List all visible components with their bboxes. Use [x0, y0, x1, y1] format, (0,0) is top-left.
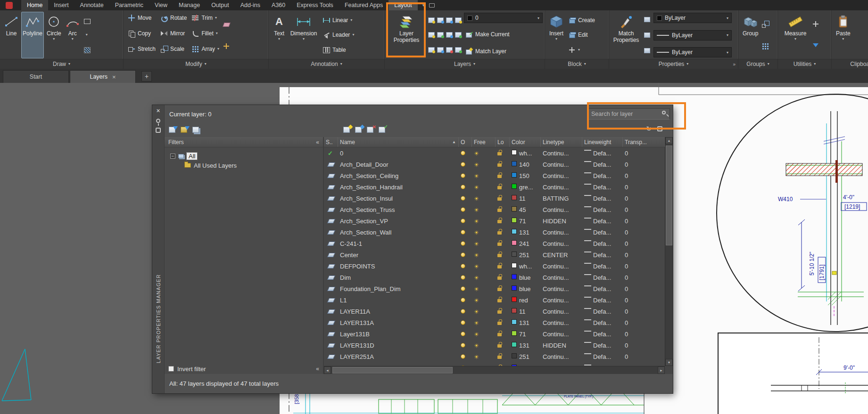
layer-row-center[interactable]: Center☀251CENTERDefa...0: [324, 249, 665, 260]
layer-linetype[interactable]: HIDDEN: [541, 218, 582, 225]
palette-title-bar[interactable]: × LAYER PROPERTIES MANAGER: [152, 105, 165, 393]
layer-freeze-icon[interactable]: ☀: [474, 184, 479, 191]
layer-on-icon[interactable]: [461, 207, 465, 212]
tab-layers[interactable]: Layers×: [70, 70, 136, 83]
layer-transparency[interactable]: 0: [623, 161, 665, 168]
layer-freeze-icon[interactable]: ☀: [474, 173, 479, 179]
layer-transparency[interactable]: 0: [623, 218, 665, 225]
layer-lock-icon[interactable]: [497, 276, 502, 280]
hatch-icon[interactable]: [83, 46, 91, 53]
layer-freeze-icon[interactable]: ☀: [474, 195, 479, 202]
layer-walk-icon[interactable]: [455, 47, 462, 53]
layer-row-arch_section_vp[interactable]: Arch_Section_VP☀71HIDDENDefa...0: [324, 215, 665, 227]
layer-lineweight[interactable]: Defa...: [593, 184, 611, 191]
menu-tab-layout[interactable]: Layout: [389, 0, 418, 10]
layer-linetype[interactable]: HIDDEN: [541, 342, 582, 349]
app-logo-icon[interactable]: [6, 2, 13, 9]
filter-all-used-layers[interactable]: All Used Layers: [165, 161, 323, 170]
layer-color-swatch[interactable]: [512, 274, 517, 279]
layer-lock-icon[interactable]: [497, 152, 502, 155]
linetype-dropdown[interactable]: ByLayer▾: [653, 30, 732, 41]
menu-tab-insert[interactable]: Insert: [48, 0, 74, 10]
layer-color-swatch[interactable]: [512, 161, 517, 166]
layer-lock-icon[interactable]: [497, 344, 502, 348]
panel-footer-groups[interactable]: Groups▾: [738, 59, 777, 69]
layer-lineweight[interactable]: Defa...: [593, 331, 611, 338]
search-icon[interactable]: [662, 111, 666, 114]
layer-color-swatch[interactable]: [512, 331, 517, 336]
layer-on-icon[interactable]: [461, 219, 465, 223]
layer-linetype[interactable]: Continu...: [541, 150, 582, 157]
layer-linetype[interactable]: Continu...: [541, 184, 582, 191]
layer-lineweight[interactable]: Defa...: [593, 297, 611, 304]
layer-row-layer11a[interactable]: LAYER11A☀11Continu...Defa...0: [324, 306, 665, 317]
dimension-button[interactable]: Dimension▾: [288, 12, 319, 58]
set-current-layer-icon[interactable]: [378, 125, 387, 134]
layer-transparency[interactable]: 0: [623, 353, 665, 360]
layer-lock-icon[interactable]: [497, 356, 502, 359]
polyline-button[interactable]: Polyline: [21, 12, 44, 58]
layer-freeze-icon[interactable]: ☀: [474, 275, 479, 281]
panel-footer-annotation[interactable]: Annotation▾: [269, 59, 384, 69]
chevron-down-icon[interactable]: ▾: [86, 33, 88, 37]
tree-expander-icon[interactable]: −: [170, 154, 175, 159]
menu-tab-featured-apps[interactable]: Featured Apps: [339, 0, 389, 10]
layer-on-icon[interactable]: [461, 241, 465, 246]
layer-freeze-icon[interactable]: ☀: [474, 252, 479, 259]
layer-linetype[interactable]: Continu...: [541, 297, 582, 304]
layer-row-foundation_plan_dim[interactable]: Foundation_Plan_Dim☀blueContinu...Defa..…: [324, 283, 665, 294]
new-group-filter-icon[interactable]: [180, 125, 189, 134]
layer-linetype[interactable]: Continu...: [541, 229, 582, 236]
layer-freeze-icon[interactable]: ☀: [474, 320, 479, 326]
layer-on-icon[interactable]: [461, 264, 465, 268]
layer-lock-icon[interactable]: [497, 310, 502, 314]
layer-color-swatch[interactable]: [512, 319, 517, 325]
explode-icon[interactable]: [223, 42, 230, 50]
layer-freeze-icon[interactable]: ☀: [474, 241, 479, 247]
rectangle-icon[interactable]: [83, 17, 91, 24]
layer-lock-icon[interactable]: [497, 209, 502, 212]
layer-freeze-icon[interactable]: ☀: [474, 342, 479, 349]
text-button[interactable]: Text▾: [272, 12, 287, 58]
layer-on-icon[interactable]: [461, 298, 465, 302]
layer-row-arch_section_ceiling[interactable]: Arch_Section_Ceiling☀150Continu...Defa..…: [324, 170, 665, 181]
turn-all-layers-on-icon[interactable]: [428, 47, 435, 53]
layer-color-swatch[interactable]: [512, 353, 517, 358]
layer-color-swatch[interactable]: [512, 150, 517, 155]
panel-footer-properties[interactable]: Properties▾»: [609, 59, 738, 69]
palette-autohide-icon[interactable]: [156, 119, 160, 123]
layer-row-arch_section_handrail[interactable]: Arch_Section_Handrail☀gre...Continu...De…: [324, 181, 665, 193]
col-status[interactable]: S..: [324, 137, 338, 147]
layer-freeze-icon[interactable]: [446, 17, 453, 23]
lineweight-dropdown[interactable]: ByLayer▾: [653, 47, 732, 57]
match-properties-button[interactable]: Match Properties: [612, 12, 640, 58]
layer-transparency[interactable]: 0: [623, 263, 665, 270]
fillet-button[interactable]: Fillet▾: [190, 27, 221, 40]
col-freeze[interactable]: Free: [472, 137, 496, 147]
stretch-button[interactable]: Stretch: [126, 43, 157, 55]
table-button[interactable]: Table: [321, 44, 347, 56]
layer-on-icon[interactable]: [461, 151, 465, 155]
layer-on-icon[interactable]: [428, 32, 435, 38]
layer-transparency[interactable]: 0: [623, 319, 665, 326]
layer-linetype[interactable]: CENTER: [541, 252, 582, 259]
scroll-up-icon[interactable]: ▲: [665, 137, 673, 144]
group-edit-icon[interactable]: [761, 42, 769, 50]
layer-freeze-icon[interactable]: ☀: [474, 297, 479, 304]
insert-button[interactable]: Insert▾: [548, 12, 565, 58]
layer-unlock-icon[interactable]: [455, 32, 462, 38]
layer-row-arch_section_insul[interactable]: Arch_Section_Insul☀11BATTINGDefa...0: [324, 193, 665, 204]
layer-lock-icon[interactable]: [455, 17, 462, 23]
layer-lineweight[interactable]: Defa...: [593, 342, 611, 349]
layer-color-swatch[interactable]: [512, 285, 517, 291]
id-point-icon[interactable]: [812, 20, 819, 28]
menu-tab-manage[interactable]: Manage: [173, 0, 206, 10]
layer-freeze-icon[interactable]: ☀: [474, 308, 479, 315]
col-color[interactable]: Color: [510, 137, 541, 147]
col-lock[interactable]: Lo: [496, 137, 510, 147]
layer-color-swatch[interactable]: [512, 218, 517, 223]
layer-lineweight[interactable]: Defa...: [593, 206, 611, 213]
layer-lineweight[interactable]: Defa...: [593, 161, 611, 168]
layer-transparency[interactable]: 0: [623, 297, 665, 304]
filter-all[interactable]: − All: [165, 151, 323, 161]
